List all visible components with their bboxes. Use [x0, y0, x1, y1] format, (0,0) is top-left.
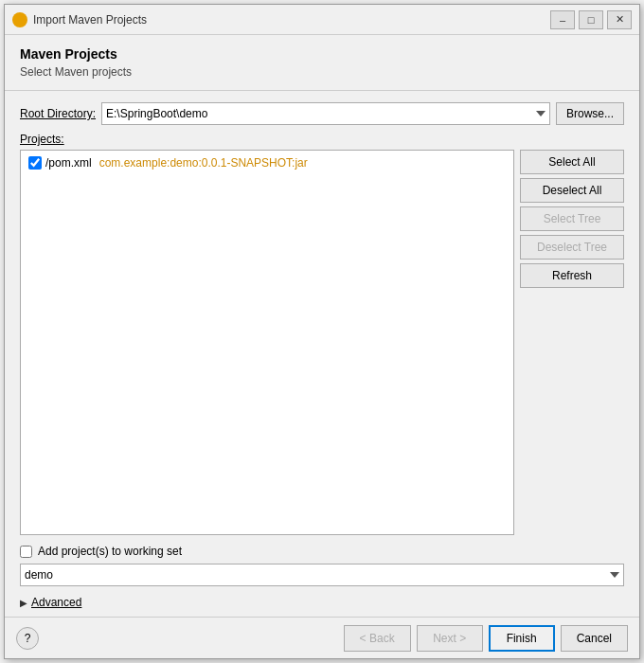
page-title: Maven Projects: [20, 46, 624, 62]
working-set-checkbox[interactable]: [20, 546, 32, 558]
advanced-row[interactable]: ▶ Advanced: [20, 596, 624, 609]
project-pom: /pom.xml: [45, 156, 92, 170]
bottom-bar: ? < Back Next > Finish Cancel: [5, 617, 639, 658]
maximize-button[interactable]: □: [579, 10, 603, 29]
select-all-button[interactable]: Select All: [520, 150, 624, 174]
next-button[interactable]: Next >: [417, 625, 483, 652]
projects-list[interactable]: /pom.xml com.example:demo:0.0.1-SNAPSHOT…: [20, 150, 514, 535]
window-controls: – □ ✕: [550, 10, 632, 29]
project-checkbox[interactable]: [28, 156, 42, 170]
select-tree-button[interactable]: Select Tree: [520, 206, 624, 231]
advanced-arrow-icon: ▶: [20, 598, 27, 608]
root-directory-select[interactable]: E:\SpringBoot\demo: [101, 102, 550, 125]
minimize-button[interactable]: –: [550, 10, 575, 29]
root-directory-label: Root Directory:: [20, 107, 96, 120]
working-set-row: Add project(s) to working set: [20, 545, 624, 558]
projects-area: /pom.xml com.example:demo:0.0.1-SNAPSHOT…: [20, 150, 624, 535]
close-button[interactable]: ✕: [607, 10, 632, 29]
side-buttons: Select All Deselect All Select Tree Dese…: [520, 150, 624, 535]
working-set-label: Add project(s) to working set: [38, 545, 182, 558]
advanced-label: Advanced: [31, 596, 81, 609]
maven-icon: [12, 12, 27, 27]
root-directory-row: Root Directory: E:\SpringBoot\demo Brows…: [20, 102, 624, 125]
window-title: Import Maven Projects: [33, 13, 550, 27]
import-maven-projects-dialog: Import Maven Projects – □ ✕ Maven Projec…: [4, 4, 640, 659]
cancel-button[interactable]: Cancel: [561, 625, 628, 652]
deselect-all-button[interactable]: Deselect All: [520, 178, 624, 203]
finish-button[interactable]: Finish: [489, 625, 555, 652]
separator: [5, 90, 639, 91]
project-coords: com.example:demo:0.0.1-SNAPSHOT:jar: [99, 156, 308, 170]
page-subtitle: Select Maven projects: [20, 65, 624, 79]
projects-label: Projects:: [20, 133, 624, 146]
project-item: /pom.xml com.example:demo:0.0.1-SNAPSHOT…: [25, 154, 510, 171]
back-button[interactable]: < Back: [344, 625, 411, 652]
title-bar: Import Maven Projects – □ ✕: [5, 5, 639, 35]
refresh-button[interactable]: Refresh: [520, 263, 624, 288]
working-set-select-row: demo: [20, 564, 624, 586]
deselect-tree-button[interactable]: Deselect Tree: [520, 235, 624, 260]
dialog-content: Maven Projects Select Maven projects Roo…: [5, 35, 639, 617]
browse-button[interactable]: Browse...: [556, 102, 624, 125]
help-button[interactable]: ?: [16, 627, 39, 650]
bottom-actions: < Back Next > Finish Cancel: [344, 625, 628, 652]
working-set-select[interactable]: demo: [20, 564, 624, 586]
